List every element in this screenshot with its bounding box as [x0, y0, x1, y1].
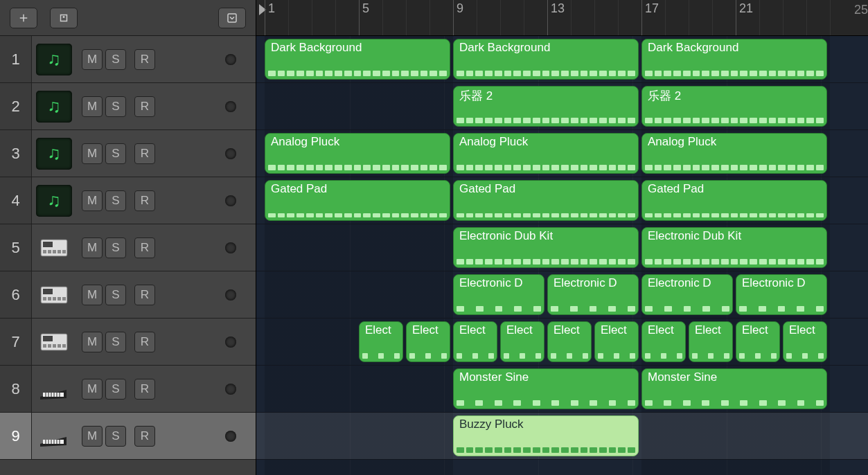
mute-button[interactable]: M [82, 332, 103, 352]
arrange-lane-6[interactable]: Electronic DElectronic DElectronic DElec… [256, 271, 868, 319]
region[interactable]: Analog Pluck [265, 133, 450, 174]
record-enable-button[interactable]: R [134, 49, 155, 70]
arrange-lane-1[interactable]: Dark BackgroundDark BackgroundDark Backg… [256, 36, 868, 83]
solo-button[interactable]: S [105, 96, 126, 117]
region[interactable]: Electronic D [641, 274, 733, 315]
region[interactable]: Electronic Dub Kit [453, 227, 639, 268]
record-enable-button[interactable]: R [134, 190, 155, 211]
record-enable-button[interactable]: R [134, 143, 155, 164]
track-icon[interactable]: ♫ [36, 44, 72, 75]
mute-button[interactable]: M [82, 379, 103, 400]
arrange-lane-5[interactable]: Electronic Dub KitElectronic Dub Kit [256, 224, 868, 271]
automation-dot[interactable] [225, 242, 236, 253]
automation-dot[interactable] [225, 148, 236, 159]
region[interactable]: 乐器 2 [453, 86, 639, 127]
solo-button[interactable]: S [105, 238, 126, 258]
track-header-5[interactable]: 5 M S R [0, 224, 256, 271]
arrange-lane-2[interactable]: 乐器 2乐器 2 [256, 83, 868, 130]
automation-dot[interactable] [225, 337, 236, 348]
track-header-2[interactable]: 2 ♫ M S R [0, 83, 256, 130]
track-header-9[interactable]: 9 M S R [0, 413, 256, 460]
record-enable-button[interactable]: R [134, 379, 155, 400]
region[interactable]: Elect [641, 321, 686, 362]
solo-button[interactable]: S [105, 285, 126, 305]
track-icon[interactable]: ♫ [36, 185, 72, 217]
region[interactable]: Elect [736, 321, 780, 362]
region[interactable]: Elect [594, 321, 639, 362]
region[interactable]: Electronic Dub Kit [641, 227, 827, 268]
arrange-lane-8[interactable]: Monster SineMonster Sine [256, 366, 868, 413]
automation-dot[interactable] [225, 384, 236, 395]
region[interactable]: Electronic D [736, 274, 827, 315]
mute-button[interactable]: M [82, 285, 103, 305]
region[interactable]: Elect [406, 321, 450, 362]
ruler-tick-6 [382, 0, 386, 35]
region[interactable]: Elect [689, 321, 733, 362]
region[interactable]: Analog Pluck [641, 133, 827, 174]
automation-dot[interactable] [225, 289, 236, 301]
track-icon[interactable]: ♫ [36, 138, 72, 170]
track-header-8[interactable]: 8 M S R [0, 366, 256, 413]
region[interactable]: Gated Pad [641, 180, 827, 221]
region[interactable]: Monster Sine [453, 368, 639, 409]
region[interactable]: Elect [453, 321, 497, 362]
arrange-lane-4[interactable]: Gated PadGated PadGated Pad [256, 177, 868, 224]
track-header-7[interactable]: 7 M S R [0, 319, 256, 366]
region[interactable]: Elect [547, 321, 592, 362]
region[interactable]: 乐器 2 [641, 86, 827, 127]
track-icon[interactable] [36, 326, 72, 358]
region[interactable]: Dark Background [641, 39, 827, 80]
mute-button[interactable]: M [82, 49, 103, 70]
record-enable-button[interactable]: R [134, 96, 155, 117]
timeline-ruler[interactable]: 159131721 25 [256, 0, 868, 36]
automation-dot[interactable] [225, 54, 236, 65]
record-enable-button[interactable]: R [134, 238, 155, 258]
track-icon[interactable] [36, 420, 72, 452]
region[interactable]: Monster Sine [641, 368, 827, 409]
track-header-6[interactable]: 6 M S R [0, 271, 256, 319]
mute-button[interactable]: M [82, 190, 103, 211]
arrange-lane-3[interactable]: Analog PluckAnalog PluckAnalog Pluck [256, 130, 868, 177]
track-header-4[interactable]: 4 ♫ M S R [0, 177, 256, 224]
record-enable-button[interactable]: R [134, 426, 155, 447]
region[interactable]: Dark Background [265, 39, 450, 80]
track-header-1[interactable]: 1 ♫ M S R [0, 36, 256, 83]
region[interactable]: Analog Pluck [453, 133, 639, 174]
track-icon[interactable] [36, 232, 72, 264]
region[interactable]: Gated Pad [453, 180, 639, 221]
mute-button[interactable]: M [82, 426, 103, 447]
svg-rect-6 [53, 250, 56, 253]
region[interactable]: Dark Background [453, 39, 639, 80]
track-icon[interactable]: ♫ [36, 91, 72, 123]
solo-button[interactable]: S [105, 190, 126, 211]
region[interactable]: Elect [359, 321, 403, 362]
duplicate-track-button[interactable] [50, 8, 78, 28]
region[interactable]: Electronic D [453, 274, 544, 315]
track-icon[interactable] [36, 373, 72, 405]
add-track-button[interactable] [10, 8, 37, 28]
region[interactable]: Gated Pad [265, 180, 450, 221]
automation-dot[interactable] [225, 431, 236, 442]
mute-button[interactable]: M [82, 238, 103, 258]
record-enable-button[interactable]: R [134, 285, 155, 305]
solo-button[interactable]: S [105, 426, 126, 447]
arrangement-timeline[interactable]: 159131721 25 Dark BackgroundDark Backgro… [256, 0, 868, 475]
solo-button[interactable]: S [105, 379, 126, 400]
mute-button[interactable]: M [82, 143, 103, 164]
track-options-button[interactable] [218, 8, 246, 28]
region[interactable]: Buzzy Pluck [453, 415, 639, 456]
region[interactable]: Electronic D [547, 274, 639, 315]
solo-button[interactable]: S [105, 49, 126, 70]
arrange-lane-9[interactable]: Buzzy Pluck [256, 413, 868, 460]
track-icon[interactable] [36, 279, 72, 311]
record-enable-button[interactable]: R [134, 332, 155, 352]
solo-button[interactable]: S [105, 332, 126, 352]
automation-dot[interactable] [225, 195, 236, 206]
automation-dot[interactable] [225, 101, 236, 112]
region[interactable]: Elect [783, 321, 827, 362]
track-header-3[interactable]: 3 ♫ M S R [0, 130, 256, 177]
solo-button[interactable]: S [105, 143, 126, 164]
mute-button[interactable]: M [82, 96, 103, 117]
arrange-lane-7[interactable]: ElectElectElectElectElectElectElectElect… [256, 319, 868, 366]
region[interactable]: Elect [500, 321, 544, 362]
